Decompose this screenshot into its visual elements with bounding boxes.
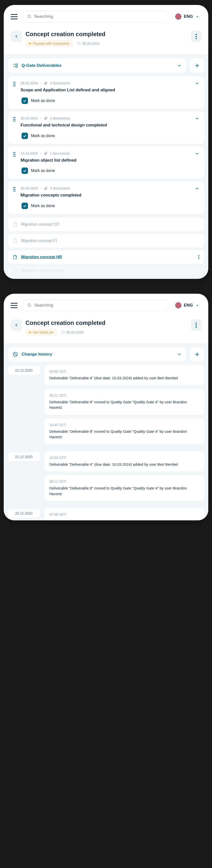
- svg-point-7: [196, 36, 197, 37]
- history-item: 08:11 CET: Deliverable "Deliverable 8" m…: [44, 475, 204, 501]
- expand-button[interactable]: [195, 151, 200, 156]
- date-value: 30.04.2024: [82, 41, 99, 45]
- done-checkbox[interactable]: [22, 203, 28, 209]
- add-button[interactable]: [190, 347, 204, 362]
- sub-item-more[interactable]: [198, 255, 200, 259]
- svg-point-48: [196, 323, 197, 324]
- attachment-icon: [44, 82, 48, 85]
- section-toggle[interactable]: Change history: [8, 347, 186, 362]
- drag-handle[interactable]: [12, 116, 16, 122]
- card-meta: 30.04.2024 3 documents: [21, 186, 190, 190]
- svg-point-49: [196, 324, 197, 326]
- svg-point-26: [14, 121, 16, 122]
- mark-done-label: Mark as done: [31, 168, 55, 173]
- sub-item-title[interactable]: Migration concept HR: [21, 255, 195, 259]
- mark-done-label: Mark as done: [31, 204, 55, 208]
- svg-rect-12: [16, 66, 17, 67]
- back-button[interactable]: [11, 31, 22, 42]
- prohibit-icon: [12, 351, 18, 357]
- more-options-button[interactable]: [191, 31, 201, 42]
- deliverable-card: 30.04.2024 3 documents Migration concept…: [8, 181, 204, 214]
- svg-point-32: [14, 156, 16, 157]
- done-checkbox[interactable]: [22, 97, 28, 104]
- svg-point-0: [28, 15, 30, 18]
- mark-done-row: Mark as done: [22, 97, 200, 104]
- mark-done-row: Mark as done: [22, 133, 200, 139]
- svg-point-20: [14, 85, 16, 86]
- history-time: 10:03 CET:: [49, 456, 200, 460]
- svg-line-52: [14, 353, 17, 356]
- menu-button[interactable]: [11, 14, 18, 19]
- status-text: Not voted yet: [33, 330, 54, 334]
- drag-handle[interactable]: [12, 81, 16, 87]
- svg-point-41: [199, 258, 200, 259]
- history-item: 10:45 CET: Deliverable "Deliverable 8" m…: [44, 418, 204, 444]
- svg-point-21: [13, 117, 14, 118]
- search-input[interactable]: [34, 303, 164, 308]
- mark-done-row: Mark as done: [22, 167, 200, 174]
- screen-history: ENG Concept creation completed Not voted…: [4, 294, 208, 520]
- history-date: 21.12.2020: [8, 452, 40, 461]
- date-value: 30.04.2020: [66, 330, 84, 334]
- drag-handle[interactable]: [12, 186, 16, 192]
- card-docs: 3 documents: [50, 81, 70, 85]
- done-checkbox[interactable]: [22, 133, 28, 139]
- history-item: 07:58 CET:: [44, 508, 204, 520]
- sub-item[interactable]: Migration concept FI: [8, 234, 204, 248]
- svg-rect-2: [77, 42, 80, 45]
- menu-button[interactable]: [11, 303, 18, 308]
- uk-flag-icon: [175, 302, 181, 308]
- svg-point-27: [13, 152, 14, 153]
- svg-point-6: [196, 34, 197, 35]
- sub-item-title: Migration concept Sales: [21, 268, 200, 273]
- sub-item[interactable]: Migration concept Sales: [8, 267, 204, 275]
- more-options-button[interactable]: [191, 319, 201, 331]
- card-date: 30.04.2024: [21, 116, 38, 120]
- card-title: Migration concepts completed: [21, 192, 190, 198]
- chevron-left-icon: [14, 34, 19, 39]
- sub-item[interactable]: Migration concept HR: [8, 250, 204, 264]
- sub-item[interactable]: Migration concept CO: [8, 217, 204, 231]
- document-icon: [12, 238, 18, 243]
- search-box[interactable]: [23, 300, 169, 311]
- chevron-down-icon: [195, 14, 200, 19]
- svg-point-19: [13, 85, 14, 86]
- svg-point-15: [13, 82, 14, 83]
- drag-handle[interactable]: [12, 151, 16, 157]
- svg-point-16: [14, 82, 16, 83]
- history-text: Deliverable "Deliverable 8" moved to Qua…: [49, 399, 200, 410]
- expand-button[interactable]: [195, 186, 200, 191]
- back-button[interactable]: [11, 319, 22, 331]
- sub-item-title: Migration concept CO: [21, 222, 200, 227]
- add-button[interactable]: [190, 58, 204, 73]
- chevron-down-icon: [195, 303, 200, 307]
- screen-deliverables: ENG Concept creation completed Passed wi…: [4, 5, 208, 279]
- search-input[interactable]: [34, 14, 164, 19]
- section-title: Change history: [22, 352, 174, 357]
- deliverable-card: 28.02.2024 3 documents Scope and Applica…: [8, 76, 204, 109]
- svg-line-1: [30, 17, 31, 18]
- deliverable-card: 15.04.2024 1 documents Migration object …: [8, 147, 204, 179]
- section-toggle[interactable]: Q-Gate Deliverables: [8, 58, 186, 73]
- attachment-icon: [44, 151, 48, 155]
- search-icon: [27, 303, 32, 308]
- expand-button[interactable]: [195, 81, 200, 86]
- svg-point-38: [14, 190, 16, 191]
- document-icon: [12, 255, 18, 259]
- card-date: 30.04.2024: [21, 186, 38, 190]
- language-selector[interactable]: ENG: [173, 12, 201, 22]
- language-selector[interactable]: ENG: [173, 300, 201, 310]
- svg-point-23: [13, 119, 14, 120]
- history-item: 09:06 CET: Deliverable "Deliverable 4" (…: [44, 365, 204, 385]
- status-badge: Not voted yet: [26, 329, 57, 336]
- history-text: Deliverable "Deliverable 4" (due date: 1…: [49, 375, 200, 381]
- language-label: ENG: [184, 14, 193, 19]
- expand-button[interactable]: [195, 116, 200, 121]
- svg-point-34: [14, 187, 16, 188]
- plus-icon: [194, 351, 200, 357]
- mark-done-row: Mark as done: [22, 203, 200, 209]
- svg-rect-44: [61, 331, 64, 334]
- done-checkbox[interactable]: [22, 167, 28, 174]
- svg-point-36: [14, 189, 16, 190]
- search-box[interactable]: [23, 11, 169, 22]
